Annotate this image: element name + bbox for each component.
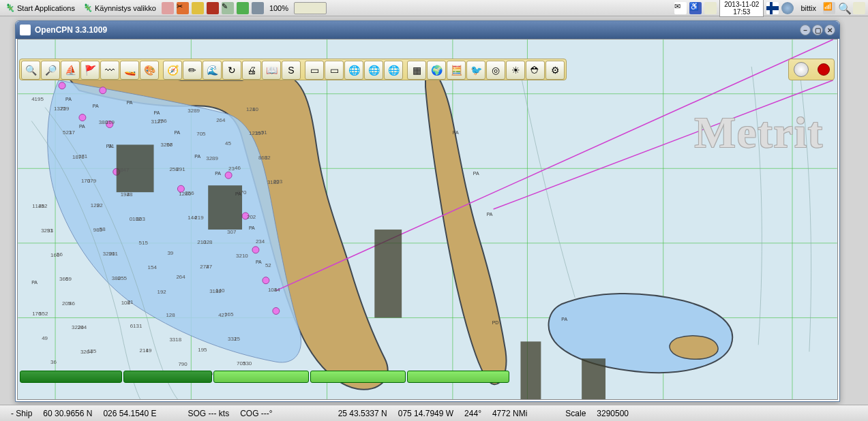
life-icon[interactable]: ⛑: [526, 61, 545, 80]
boat-icon[interactable]: 🚤: [120, 61, 139, 80]
chart-segment-1[interactable]: [123, 371, 212, 383]
sounding: 46: [235, 165, 241, 171]
clock-time: 17:53: [724, 8, 759, 16]
launcher-icon-3[interactable]: [192, 2, 204, 14]
accessibility-icon[interactable]: ♿: [689, 2, 702, 14]
zoom-in-icon[interactable]: 🔍: [21, 61, 40, 80]
compass-icon[interactable]: 🧭: [163, 61, 182, 80]
search-icon[interactable]: 🔍: [838, 2, 850, 14]
chart-segment-0[interactable]: [20, 371, 122, 383]
sounding: 128: [166, 312, 175, 318]
layers-icon[interactable]: ☀: [506, 61, 525, 80]
sounding: 328: [203, 239, 213, 245]
chart-icon[interactable]: ▦: [407, 61, 426, 80]
svg-text:PA: PA: [249, 225, 255, 230]
svg-point-21: [100, 87, 106, 94]
sounding: 3289: [206, 155, 218, 161]
launcher-icon-6[interactable]: [237, 2, 249, 14]
sounding: 34: [274, 287, 280, 293]
svg-point-19: [263, 277, 269, 284]
sounding: 49: [42, 335, 48, 341]
chart-segment-3[interactable]: [310, 371, 406, 383]
globe1-icon[interactable]: 🌐: [344, 61, 363, 80]
sounding: 195: [198, 347, 207, 353]
status-ship-lon: 026 54.1540 E: [98, 409, 162, 418]
chart-segment-4[interactable]: [407, 371, 509, 383]
status-cursor-lon: 075 14.7949 W: [393, 409, 459, 418]
opencpn-tray-icon[interactable]: [704, 2, 717, 14]
world-icon[interactable]: 🌍: [427, 61, 446, 80]
target-icon[interactable]: ◎: [486, 61, 505, 80]
scale-icon[interactable]: ⛵: [61, 61, 80, 80]
pa1-icon[interactable]: ▭: [305, 61, 324, 80]
minimize-button[interactable]: –: [800, 25, 811, 35]
compass-rose-icon: [794, 62, 809, 77]
window-titlebar[interactable]: OpenCPN 3.3.1009 – ▢ ✕: [16, 21, 839, 39]
sounding: 51: [261, 129, 267, 136]
sounding: 705: [196, 131, 206, 137]
mail-icon[interactable]: ✉: [674, 2, 687, 14]
launcher-icon-4[interactable]: [207, 2, 219, 14]
opencpn-tray-icon-2[interactable]: [853, 2, 865, 14]
launcher-icon-1[interactable]: [162, 2, 174, 14]
sounding: 552: [39, 311, 48, 317]
gecko-icon: 🦎: [83, 3, 93, 13]
book-icon[interactable]: 📖: [262, 61, 281, 80]
pa2-icon[interactable]: ▭: [325, 61, 344, 80]
sounding: 1847: [117, 167, 130, 173]
sounding: 92: [97, 202, 103, 208]
start-menu-label: Käynnistys valikko: [95, 4, 156, 12]
network-icon[interactable]: 📶: [823, 2, 835, 14]
maximize-button[interactable]: ▢: [812, 25, 823, 35]
chart-segment-2[interactable]: [213, 371, 309, 383]
clock-widget[interactable]: 2013-11-02 17:53: [719, 0, 764, 17]
status-scale-value: 3290500: [591, 409, 634, 418]
launcher-icon-5[interactable]: ✎: [222, 2, 234, 14]
flag-finland-icon[interactable]: [766, 2, 779, 14]
taskbar-opencpn-button[interactable]: [294, 2, 327, 14]
sounding: 252: [38, 203, 48, 209]
zoom-out-icon[interactable]: 🔎: [41, 61, 60, 80]
svg-point-12: [79, 114, 86, 121]
sounding: 40: [252, 106, 258, 112]
globe2-icon[interactable]: 🌐: [364, 61, 383, 80]
svg-text:PA: PA: [106, 144, 113, 149]
gear-icon[interactable]: ⚙: [545, 61, 565, 80]
sounding: 154: [148, 264, 158, 270]
chart-canvas[interactable]: 4195123933183362053072721929858687903127…: [17, 39, 838, 400]
status-bar: - Ship 60 30.9656 N 026 54.1540 E SOG --…: [0, 405, 868, 421]
status-cog: COG ---°: [235, 409, 278, 418]
close-button[interactable]: ✕: [824, 25, 835, 35]
globe3-icon[interactable]: 🌐: [384, 61, 403, 80]
status-scale-label: Scale: [560, 409, 591, 418]
calc-icon[interactable]: 🧮: [447, 61, 466, 80]
svg-text:PA: PA: [235, 191, 241, 196]
tide-icon[interactable]: 🌊: [203, 61, 222, 80]
opencpn-window: OpenCPN 3.3.1009 – ▢ ✕: [15, 20, 840, 402]
color-icon[interactable]: 🎨: [140, 61, 159, 80]
ship-icon[interactable]: 🚩: [80, 61, 100, 80]
bird-icon[interactable]: 🐦: [466, 61, 485, 80]
bahamas-island: [670, 336, 718, 359]
start-menu-button[interactable]: 🦎 Käynnistys valikko: [80, 3, 159, 13]
launcher-icon-2[interactable]: ✂: [177, 2, 189, 14]
start-applications-button[interactable]: 🦎 Start Applications: [3, 3, 78, 13]
svg-text:PA: PA: [256, 260, 262, 264]
sounding: 379: [87, 178, 97, 184]
sounding: 202: [247, 214, 256, 220]
sounding: 307: [227, 229, 237, 235]
chart-selection-bar: [20, 371, 835, 383]
status-cursor-lat: 25 43.5337 N: [333, 409, 393, 418]
route-icon[interactable]: 〰: [100, 61, 119, 80]
pencil-icon[interactable]: ✏: [183, 61, 202, 80]
print-icon[interactable]: 🖨: [242, 61, 261, 80]
compass-widget[interactable]: [788, 59, 835, 80]
launcher-icon-7[interactable]: [252, 2, 264, 14]
gecko-icon: 🦎: [5, 3, 15, 13]
chart-svg: 4195123933183362053072721929858687903127…: [18, 40, 837, 399]
globe-tray-icon[interactable]: [781, 2, 794, 14]
svg-point-16: [225, 172, 232, 178]
sounding: 69: [65, 276, 72, 282]
current-icon[interactable]: ↻: [222, 61, 241, 80]
s-icon[interactable]: S: [282, 61, 301, 80]
